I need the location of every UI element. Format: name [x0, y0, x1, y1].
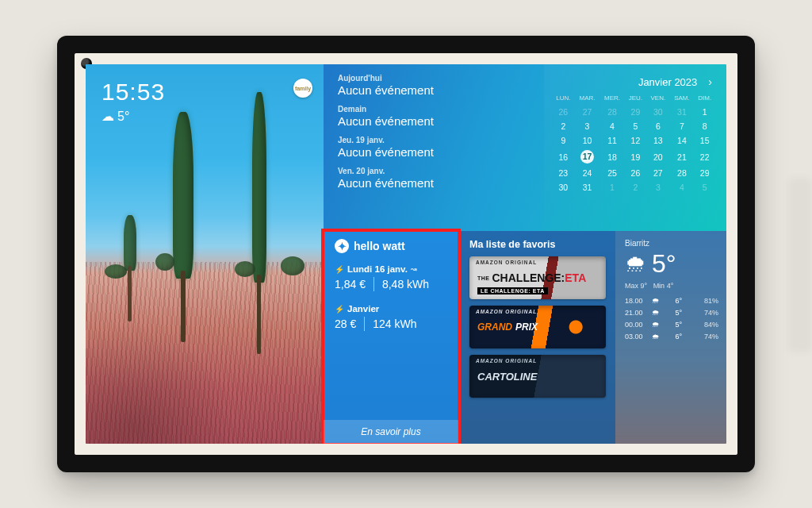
home-screen: 15:53 5° family Aujourd'hui Aucun événem…: [86, 64, 726, 444]
calendar-day[interactable]: 27: [575, 105, 600, 119]
hello-watt-more-button[interactable]: En savoir plus: [324, 420, 458, 444]
calendar-day[interactable]: 1: [694, 105, 715, 119]
calendar-day[interactable]: 3: [575, 119, 600, 133]
chevron-right-icon[interactable]: ›: [705, 74, 715, 90]
favorites-widget[interactable]: Ma liste de favoris AMAZON ORIGINAL THE …: [458, 231, 615, 444]
calendar-day[interactable]: 26: [625, 166, 646, 180]
weather-hour-row: 18.006°81%: [625, 294, 718, 306]
agenda-day: Jeu. 19 janv. Aucun événement: [338, 136, 531, 159]
family-badge[interactable]: family: [293, 79, 312, 98]
calendar-weekday: SAM.: [670, 94, 695, 105]
calendar-day[interactable]: 27: [646, 166, 669, 180]
painting-bush: [155, 253, 174, 271]
calendar-day[interactable]: 18: [599, 148, 625, 166]
calendar-day[interactable]: 21: [670, 148, 695, 166]
weather-hour-row: 00.005°84%: [625, 318, 718, 330]
favorite-card[interactable]: AMAZON ORIGINAL THE CHALLENGE: ETA LE CH…: [469, 256, 606, 299]
weather-now-icon: [625, 254, 645, 275]
hello-watt-logo-icon: ✦: [335, 239, 349, 253]
weather-hourly: 18.006°81%21.005°74%00.005°84%03.006°74%: [625, 294, 718, 342]
calendar-day[interactable]: 30: [552, 180, 575, 194]
hello-watt-month-cost: 28 €: [335, 318, 356, 330]
agenda-day-text: Aucun événement: [338, 83, 531, 97]
favorite-card-title: GRAND: [477, 321, 512, 333]
agenda-widget[interactable]: Aujourd'hui Aucun événement Demain Aucun…: [324, 64, 544, 231]
calendar-widget[interactable]: Janvier 2023 › LUN.MAR.MER.JEU.VEN.SAM.D…: [544, 64, 726, 231]
calendar-day[interactable]: 8: [694, 119, 715, 133]
hello-watt-day-cost: 1,84 €: [335, 278, 366, 291]
weather-hour-time: 18.00: [625, 294, 652, 306]
calendar-day[interactable]: 15: [694, 133, 715, 148]
calendar-day[interactable]: 12: [625, 133, 646, 148]
agenda-day-label: Ven. 20 janv.: [338, 167, 531, 175]
calendar-day[interactable]: 5: [625, 119, 646, 133]
calendar-title: Janvier 2023: [638, 76, 697, 88]
device-bezel: 15:53 5° family Aujourd'hui Aucun événem…: [75, 53, 737, 455]
calendar-day[interactable]: 17: [575, 148, 600, 166]
calendar-day[interactable]: 25: [599, 166, 625, 180]
weather-hour-icon: [652, 330, 666, 342]
favorite-card[interactable]: AMAZON ORIGINAL CARTOLINE: [469, 355, 606, 398]
calendar-day[interactable]: 30: [646, 105, 669, 119]
amazon-original-tag: AMAZON ORIGINAL: [476, 309, 537, 314]
hello-watt-day-values: 1,84 € 8,48 kWh: [335, 277, 449, 291]
weather-hour-icon: [652, 294, 666, 306]
calendar-weekday: MER.: [599, 94, 625, 105]
calendar-day[interactable]: 4: [670, 180, 695, 194]
agenda-calendar-row: Aujourd'hui Aucun événement Demain Aucun…: [324, 64, 726, 231]
calendar-day[interactable]: 22: [694, 148, 715, 166]
hello-watt-header: ✦ hello watt: [335, 239, 449, 253]
outside-temperature-value: 5°: [117, 110, 129, 124]
calendar-day[interactable]: 29: [694, 166, 715, 180]
calendar-day[interactable]: 6: [646, 119, 669, 133]
calendar-day[interactable]: 9: [552, 133, 575, 148]
calendar-day[interactable]: 28: [599, 105, 625, 119]
agenda-day-text: Aucun événement: [338, 176, 531, 190]
agenda-day-label: Jeu. 19 janv.: [338, 136, 531, 144]
agenda-day-label: Demain: [338, 105, 531, 114]
wallpaper-pane[interactable]: 15:53 5° family: [86, 64, 324, 444]
calendar-day[interactable]: 3: [646, 180, 669, 194]
calendar-day[interactable]: 28: [670, 166, 695, 180]
hello-watt-month-label: ⚡ Janvier: [335, 304, 449, 314]
favorite-card[interactable]: AMAZON ORIGINAL GRAND PRIX: [469, 306, 606, 348]
hello-watt-title: hello watt: [354, 240, 405, 252]
calendar-day[interactable]: 1: [599, 180, 625, 194]
calendar-day[interactable]: 19: [625, 148, 646, 166]
weather-widget[interactable]: Biarritz 5° Max 9° Min 4° 18.006°81%21.0…: [615, 231, 726, 444]
hello-watt-widget[interactable]: ✦ hello watt ⚡ Lundi 16 janv. ↝ 1,84 € 8…: [324, 231, 458, 444]
calendar-day[interactable]: 5: [694, 180, 715, 194]
calendar-day[interactable]: 2: [552, 119, 575, 133]
calendar-day[interactable]: 13: [646, 133, 669, 148]
hello-watt-day-kwh: 8,48 kWh: [382, 278, 429, 291]
highlight-outline: [321, 229, 461, 444]
painting-bush: [235, 261, 255, 277]
calendar-day[interactable]: 31: [670, 105, 695, 119]
calendar-day[interactable]: 24: [575, 166, 600, 180]
weather-location: Biarritz: [625, 239, 718, 248]
calendar-day[interactable]: 20: [646, 148, 669, 166]
calendar-day[interactable]: 10: [575, 133, 600, 148]
calendar-day[interactable]: 7: [670, 119, 695, 133]
calendar-weekday: DIM.: [694, 94, 715, 105]
favorite-card-title: CARTOLINE: [477, 371, 537, 383]
calendar-weekday: VEN.: [646, 94, 669, 105]
calendar-day[interactable]: 14: [670, 133, 695, 148]
weather-hour-temp: 5°: [666, 318, 687, 330]
calendar-day[interactable]: 4: [599, 119, 625, 133]
calendar-day[interactable]: 2: [625, 180, 646, 194]
weather-hour-temp: 6°: [666, 330, 687, 342]
weather-hour-row: 03.006°74%: [625, 330, 718, 342]
calendar-day[interactable]: 11: [599, 133, 625, 148]
calendar-day[interactable]: 31: [575, 180, 600, 194]
calendar-day[interactable]: 29: [625, 105, 646, 119]
weather-hour-temp: 5°: [666, 306, 687, 318]
weather-hour-temp: 6°: [666, 294, 687, 306]
calendar-day[interactable]: 26: [552, 105, 575, 119]
calendar-day[interactable]: 23: [552, 166, 575, 180]
painting-tree: [173, 112, 193, 279]
amazon-original-tag: AMAZON ORIGINAL: [476, 358, 537, 364]
calendar-day[interactable]: 16: [552, 148, 575, 166]
weather-now-temp: 5°: [652, 249, 676, 279]
bolt-icon: ⚡: [335, 305, 344, 314]
